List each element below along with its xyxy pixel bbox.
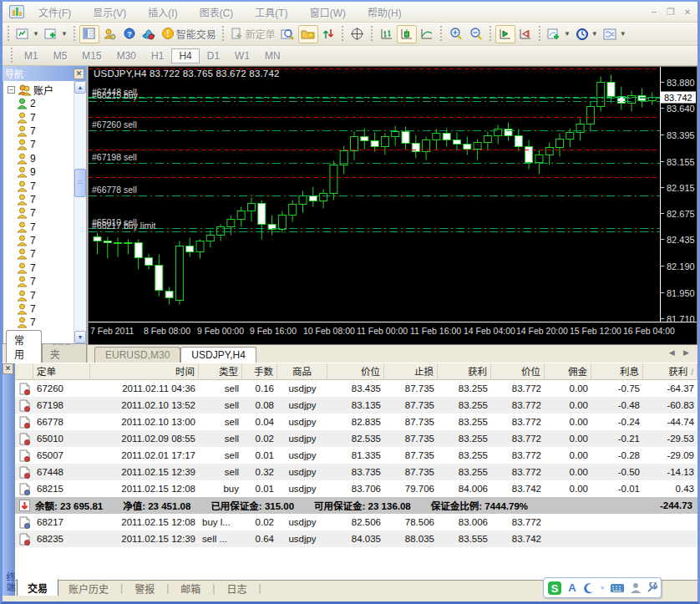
chart-shift-button[interactable] bbox=[515, 25, 535, 43]
scroll-up-icon[interactable]: ▲ bbox=[74, 81, 86, 94]
terminal-tab-0[interactable]: 交易 bbox=[17, 579, 58, 596]
navigator-scrollbar[interactable]: ▲ ▼ bbox=[74, 81, 86, 343]
order-row[interactable]: 650072011.02.01 17:17sell0.01usdjpy81.33… bbox=[15, 447, 697, 464]
scrollbar-thumb[interactable] bbox=[74, 169, 86, 197]
toolbar-grip[interactable] bbox=[439, 26, 444, 43]
dot-icon[interactable]: ● bbox=[601, 584, 605, 591]
menu-item-6[interactable]: 帮助(H) bbox=[357, 5, 413, 19]
data-window-button[interactable]: ? bbox=[119, 25, 139, 43]
window-restore-button[interactable]: ❐ bbox=[664, 7, 677, 18]
accounts-root-node[interactable]: − 账户 bbox=[5, 83, 74, 97]
collapse-icon[interactable]: − bbox=[8, 86, 15, 94]
indicators-button[interactable]: ▼ bbox=[545, 25, 573, 43]
window-minimize-button[interactable]: – bbox=[647, 7, 661, 18]
timeframe-mn[interactable]: MN bbox=[257, 48, 288, 63]
account-item[interactable]: 7 bbox=[5, 221, 74, 234]
chart-tab[interactable]: USDJPY,H4 bbox=[180, 347, 256, 363]
column-header-1[interactable]: 定单 bbox=[33, 363, 90, 380]
user-icon[interactable] bbox=[631, 582, 641, 593]
menu-item-0[interactable]: 文件(F) bbox=[28, 5, 82, 19]
column-header-9[interactable]: 价位 bbox=[491, 363, 545, 380]
chart-tab-scroll-arrows[interactable]: ◀ ▶ bbox=[669, 348, 692, 357]
timeframe-m5[interactable]: M5 bbox=[46, 48, 75, 63]
chart-window[interactable]: USDJPY,H4 83.722 83.765 83.672 83.742 #6… bbox=[88, 66, 697, 345]
column-header-5[interactable]: 商品 bbox=[277, 363, 327, 380]
account-item[interactable]: 9 bbox=[5, 152, 74, 165]
timeframe-m15[interactable]: M15 bbox=[74, 48, 109, 63]
new-chart-button[interactable]: ▼ bbox=[13, 25, 42, 43]
column-header-10[interactable]: 佣金 bbox=[545, 363, 591, 380]
order-row[interactable]: 682172011.02.15 12:08buy l...0.02usdjpy8… bbox=[15, 514, 697, 530]
moon-mode-icon[interactable] bbox=[582, 582, 594, 594]
soft-keyboard-icon[interactable] bbox=[611, 583, 624, 593]
account-item[interactable]: 7 bbox=[5, 288, 74, 302]
menu-item-1[interactable]: 显示(V) bbox=[82, 5, 137, 19]
terminal-tab-3[interactable]: 邮箱 bbox=[170, 581, 211, 596]
order-row[interactable]: 671982011.02.10 13:52sell0.08usdjpy83.13… bbox=[15, 397, 697, 414]
timeframe-m1[interactable]: M1 bbox=[17, 48, 46, 63]
toolbar-grip[interactable] bbox=[6, 26, 12, 43]
terminal-side-strip[interactable]: ✕ 终端 bbox=[3, 363, 14, 596]
strategy-tester-button[interactable] bbox=[139, 25, 160, 43]
timeframe-h1[interactable]: H1 bbox=[144, 48, 171, 63]
periods-button[interactable]: ▼ bbox=[573, 25, 601, 43]
zoom-in-button[interactable] bbox=[446, 25, 466, 43]
expert-advisors-button[interactable]: ! 智能交易 bbox=[160, 25, 219, 43]
timeframe-m30[interactable]: M30 bbox=[109, 48, 144, 63]
templates-button[interactable]: ▼ bbox=[601, 25, 629, 43]
toolbar-grip[interactable] bbox=[221, 26, 226, 43]
ohlc-bars-button[interactable] bbox=[377, 25, 397, 43]
timeframe-w1[interactable]: W1 bbox=[227, 48, 257, 63]
account-item[interactable]: 9 bbox=[5, 165, 74, 179]
account-item[interactable]: 7 bbox=[5, 193, 74, 206]
order-row[interactable]: 674482011.02.15 12:39sell0.32usdjpy83.73… bbox=[15, 464, 697, 480]
account-item[interactable]: 7 bbox=[5, 179, 74, 192]
terminal-close-icon[interactable]: ✕ bbox=[3, 363, 13, 374]
account-item[interactable]: 2 bbox=[5, 97, 74, 110]
navigator-close-icon[interactable]: ✕ bbox=[74, 69, 84, 79]
crosshair-button[interactable] bbox=[347, 25, 368, 43]
account-item[interactable]: 7 bbox=[5, 247, 74, 261]
column-header-12[interactable]: 获利/ bbox=[643, 363, 697, 380]
toolbar-grip[interactable] bbox=[9, 48, 15, 64]
account-item[interactable]: 7 bbox=[5, 302, 74, 316]
menu-item-3[interactable]: 图表(C) bbox=[189, 5, 245, 19]
timeframe-h4[interactable]: H4 bbox=[171, 48, 199, 63]
toolbar-grip[interactable] bbox=[72, 26, 78, 43]
column-header-4[interactable]: 手数 bbox=[242, 363, 277, 380]
favorites-button[interactable] bbox=[298, 25, 318, 43]
account-item[interactable]: 7 bbox=[5, 316, 74, 329]
zoom-out-button[interactable] bbox=[466, 25, 486, 43]
sort-arrows-button[interactable] bbox=[318, 25, 338, 43]
settings-wrench-icon[interactable] bbox=[647, 582, 657, 593]
sogou-logo-icon[interactable]: S bbox=[547, 581, 562, 596]
order-row[interactable]: 682152011.02.15 12:08buy0.01usdjpy83.706… bbox=[15, 480, 697, 497]
terminal-tab-1[interactable]: 账户历史 bbox=[58, 581, 119, 596]
menu-item-2[interactable]: 插入(I) bbox=[137, 5, 188, 19]
order-row[interactable]: 650102011.02.09 08:55sell0.02usdjpy82.53… bbox=[15, 430, 697, 447]
order-row[interactable]: 667782011.02.10 13:00sell0.04usdjpy82.83… bbox=[15, 414, 697, 430]
toolbar-grip[interactable] bbox=[537, 26, 543, 43]
toolbar-grip[interactable] bbox=[369, 26, 375, 43]
auto-scroll-button[interactable] bbox=[495, 25, 515, 43]
toolbar-grip[interactable] bbox=[340, 26, 346, 43]
account-item[interactable]: 7 bbox=[5, 124, 74, 138]
column-header-2[interactable]: 时间 bbox=[90, 363, 199, 380]
chart-canvas[interactable]: #67448 sell#68215 buy#67260 sell#67198 s… bbox=[89, 67, 697, 344]
account-item[interactable]: 7 bbox=[5, 206, 74, 220]
toolbar-grip[interactable] bbox=[488, 26, 494, 43]
column-header-8[interactable]: 获利 bbox=[438, 363, 491, 380]
scroll-down-icon[interactable]: ▼ bbox=[74, 331, 86, 343]
column-header-7[interactable]: 止损 bbox=[384, 363, 438, 380]
column-header-6[interactable]: 价位 bbox=[327, 363, 384, 380]
language-mode-icon[interactable]: A bbox=[568, 581, 576, 594]
terminal-tab-2[interactable]: 警报 bbox=[124, 581, 165, 596]
accounts-button[interactable] bbox=[99, 25, 119, 43]
order-row[interactable]: 672602011.02.11 04:36sell0.16usdjpy83.43… bbox=[15, 380, 697, 397]
account-item[interactable]: 7 bbox=[5, 234, 74, 247]
candlesticks-button[interactable] bbox=[397, 25, 417, 43]
terminal-tab-4[interactable]: 日志 bbox=[216, 581, 256, 596]
menu-item-4[interactable]: 工具(T) bbox=[244, 5, 298, 19]
order-row[interactable]: 682352011.02.15 12:39sell ...0.64usdjpy8… bbox=[15, 530, 697, 547]
market-watch-button[interactable] bbox=[79, 25, 99, 43]
